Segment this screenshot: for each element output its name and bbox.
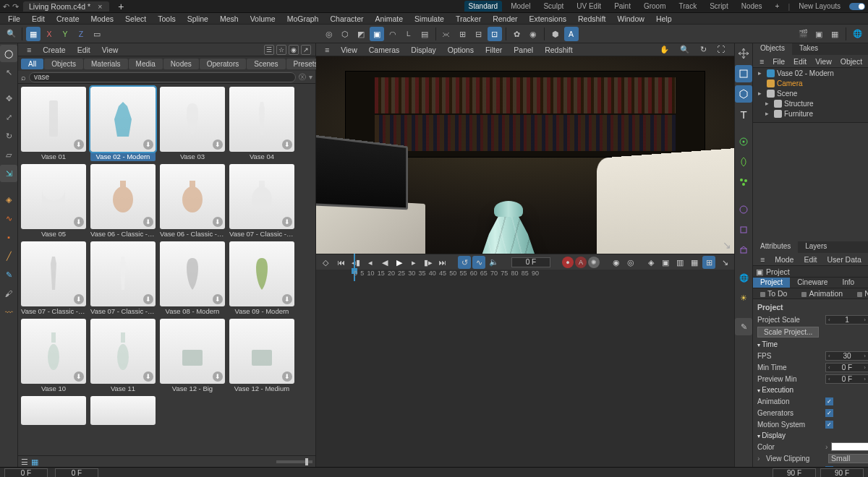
asset-thumb[interactable]: ⬇Vase 02 - Modern xyxy=(90,87,156,161)
asset-tree-icon[interactable]: ☰ xyxy=(264,45,274,55)
model-mode-icon[interactable] xyxy=(735,65,752,82)
model-mode-icon[interactable]: ◈ xyxy=(0,191,17,208)
hamburger-icon[interactable]: ≡ xyxy=(756,56,767,66)
menu-mograph[interactable]: MoGraph xyxy=(282,14,324,24)
asset-star-icon[interactable]: ☆ xyxy=(276,45,286,55)
camera-icon[interactable] xyxy=(735,201,752,218)
close-icon[interactable]: × xyxy=(98,2,102,11)
asset-tab-all[interactable]: All xyxy=(21,59,43,69)
light-icon[interactable] xyxy=(735,221,752,239)
clear-search-icon[interactable]: ⓧ xyxy=(299,72,306,82)
menu-volume[interactable]: Volume xyxy=(245,14,281,24)
key-pos-icon[interactable]: ◉ xyxy=(610,256,623,269)
axis-y[interactable]: Y xyxy=(58,27,72,41)
tab-takes[interactable]: Takes xyxy=(792,43,825,55)
vp-menu-cameras[interactable]: Cameras xyxy=(365,45,404,55)
render-icon[interactable]: ◎ xyxy=(322,27,336,41)
download-icon[interactable]: ⬇ xyxy=(143,139,153,150)
thumb-zoom-slider[interactable] xyxy=(276,460,312,463)
layout-toggle[interactable] xyxy=(849,3,865,10)
play-back-icon[interactable]: ◀ xyxy=(378,256,391,269)
asset-thumb[interactable]: ⬇Vase 10 xyxy=(21,319,86,393)
search-icon[interactable]: 🔍 xyxy=(4,27,18,41)
tree-row[interactable]: ▸Vase 02 - Modern xyxy=(753,68,868,78)
list-view-icon[interactable]: ☰ xyxy=(21,457,28,466)
current-frame-field[interactable]: 0 F xyxy=(511,257,550,267)
download-icon[interactable]: ⬇ xyxy=(282,371,292,382)
tree-row[interactable]: Camera xyxy=(753,78,868,88)
scale-tool-icon[interactable]: ⤢ xyxy=(0,108,17,126)
vp-hand-icon[interactable]: ✋ xyxy=(655,44,673,55)
vp-menu-view[interactable]: View xyxy=(336,45,362,55)
loop-icon[interactable]: ↺ xyxy=(458,256,471,269)
prev-frame-icon[interactable]: ◂ xyxy=(364,256,377,269)
viewport-canvas[interactable]: ↘ xyxy=(316,56,734,254)
hamburger-icon[interactable]: ≡ xyxy=(22,45,35,55)
menu-modes[interactable]: Modes xyxy=(86,14,119,24)
material-icon[interactable] xyxy=(735,241,752,259)
asset-thumb[interactable]: ⬇Vase 06 - Classic - Big xyxy=(90,164,156,239)
download-icon[interactable]: ⬇ xyxy=(213,371,223,382)
undo-icon[interactable]: ↶ xyxy=(3,2,9,11)
spline-mode-icon[interactable]: ∿ xyxy=(0,210,17,227)
preview-min-field[interactable]: ‹0 F› xyxy=(825,374,868,384)
status-frame[interactable]: 0 F xyxy=(55,468,98,477)
key-filter2-icon[interactable]: ▣ xyxy=(659,256,672,269)
vp-menu-display[interactable]: Display xyxy=(407,45,440,55)
vp-menu-redshift[interactable]: Redshift xyxy=(540,45,577,55)
scale-project-button[interactable]: Scale Project... xyxy=(757,327,819,338)
fcurve-icon[interactable]: ∿ xyxy=(472,256,485,269)
viewport-popout-icon[interactable]: ↘ xyxy=(723,239,731,251)
key-filter3-icon[interactable]: ▥ xyxy=(673,256,686,269)
status-range-end[interactable]: 90 F xyxy=(773,468,816,477)
layout-nodes[interactable]: Nodes xyxy=(737,1,767,12)
tree-row[interactable]: ▸Structure xyxy=(753,98,868,108)
object-mode-icon[interactable] xyxy=(735,85,752,103)
section-execution[interactable]: Execution xyxy=(754,384,868,395)
attr-tab-cineware[interactable]: Cineware xyxy=(790,278,835,288)
asset-tab-objects[interactable]: Objects xyxy=(44,59,83,69)
spline-primitive-icon[interactable]: ◠ xyxy=(386,27,400,41)
chk-animation[interactable]: ✓ xyxy=(825,398,833,405)
key-rot-icon[interactable]: ◎ xyxy=(624,256,637,269)
asset-thumb[interactable]: ⬇Vase 06 - Classic - S... xyxy=(160,164,225,239)
cube-primitive-icon[interactable]: ▣ xyxy=(370,27,384,41)
om-menu-file[interactable]: File xyxy=(769,56,788,66)
hamburger-icon[interactable]: ≡ xyxy=(756,254,769,265)
key-filter1-icon[interactable]: ◈ xyxy=(644,256,658,269)
attr-tab-info[interactable]: Info xyxy=(835,278,861,288)
next-key-icon[interactable]: ▮▸ xyxy=(422,256,435,269)
add-layout-button[interactable]: + xyxy=(771,1,784,12)
layout-sculpt[interactable]: Sculpt xyxy=(539,1,568,12)
magnet-icon[interactable]: ⩙ xyxy=(440,27,454,41)
download-icon[interactable]: ⬇ xyxy=(143,294,153,304)
asset-thumb[interactable]: ⬇Vase 12 - Medium xyxy=(229,319,294,393)
hamburger-icon[interactable]: ≡ xyxy=(320,45,333,55)
dynamics-icon[interactable] xyxy=(735,173,752,191)
attr-menu-userdata[interactable]: User Data xyxy=(823,254,866,265)
target-icon[interactable]: ◉ xyxy=(526,27,540,41)
view-clipping-select[interactable]: Small xyxy=(828,454,868,463)
download-icon[interactable]: ⬇ xyxy=(282,294,292,304)
next-frame-icon[interactable]: ▸ xyxy=(407,256,420,269)
chk-linear-workflow[interactable]: ✓ xyxy=(825,466,833,468)
menu-tracker[interactable]: Tracker xyxy=(451,14,486,24)
expand-icon[interactable]: ▸ xyxy=(765,100,772,107)
expand-icon[interactable]: ▸ xyxy=(758,90,765,97)
om-menu-view[interactable]: View xyxy=(812,56,835,66)
asset-menu-create[interactable]: Create xyxy=(38,45,70,55)
menu-help[interactable]: Help xyxy=(651,14,677,24)
vp-menu-filter[interactable]: Filter xyxy=(481,45,506,55)
tab-attributes[interactable]: Attributes xyxy=(753,241,798,253)
document-tab[interactable]: Living Room.c4d * × xyxy=(23,1,109,12)
chk-motion-system[interactable]: ✓ xyxy=(825,421,833,429)
redo-icon[interactable]: ↷ xyxy=(12,2,19,11)
asset-thumb[interactable]: ⬇Vase 12 - Big xyxy=(160,319,225,393)
tree-row[interactable]: ▸Scene xyxy=(753,88,868,98)
tab-objects[interactable]: Objects xyxy=(753,43,792,55)
last-tool-icon[interactable]: ⇲ xyxy=(0,165,17,182)
download-icon[interactable]: ⬇ xyxy=(213,139,223,150)
asset-record-icon[interactable]: ◉ xyxy=(289,45,299,55)
expand-icon[interactable]: ▸ xyxy=(765,110,772,117)
brush-icon[interactable]: 🖌 xyxy=(0,285,17,302)
